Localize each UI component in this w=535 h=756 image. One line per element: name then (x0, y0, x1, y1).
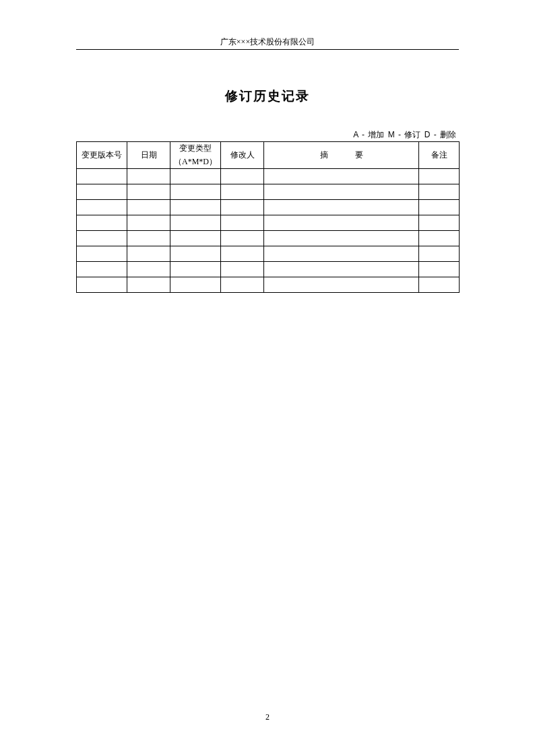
table-row (77, 262, 460, 277)
cell-summary (264, 215, 419, 231)
cell-note (419, 215, 460, 231)
cell-date (127, 184, 170, 200)
cell-modifier (221, 215, 264, 231)
page-title: 修订历史记录 (0, 88, 535, 105)
cell-date (127, 277, 170, 293)
cell-date (127, 231, 170, 246)
cell-modifier (221, 262, 264, 277)
cell-type (170, 231, 221, 246)
cell-type (170, 277, 221, 293)
table-row (77, 231, 460, 246)
cell-version (77, 246, 127, 262)
cell-note (419, 200, 460, 215)
cell-summary (264, 169, 419, 184)
cell-modifier (221, 231, 264, 246)
change-legend: A - 增加 M - 修订 D - 删除 (76, 129, 459, 141)
table-row (77, 277, 460, 293)
table-row (77, 200, 460, 215)
cell-modifier (221, 200, 264, 215)
cell-version (77, 231, 127, 246)
cell-summary (264, 231, 419, 246)
cell-note (419, 184, 460, 200)
col-header-type-line2: （A*M*D） (174, 157, 217, 166)
cell-note (419, 262, 460, 277)
cell-date (127, 215, 170, 231)
revision-table: 变更版本号 日期 变更类型 （A*M*D） 修改人 摘要 备注 (76, 141, 460, 293)
cell-summary (264, 277, 419, 293)
cell-version (77, 184, 127, 200)
cell-note (419, 231, 460, 246)
table-header-row: 变更版本号 日期 变更类型 （A*M*D） 修改人 摘要 备注 (77, 142, 460, 169)
col-header-type-line1: 变更类型 (179, 143, 212, 153)
cell-summary (264, 184, 419, 200)
table-row (77, 215, 460, 231)
col-header-date: 日期 (127, 142, 170, 169)
col-header-note: 备注 (419, 142, 460, 169)
col-header-modifier: 修改人 (221, 142, 264, 169)
cell-date (127, 200, 170, 215)
cell-type (170, 246, 221, 262)
cell-note (419, 169, 460, 184)
cell-version (77, 200, 127, 215)
header-rule (76, 49, 459, 50)
table-row (77, 169, 460, 184)
cell-modifier (221, 184, 264, 200)
cell-note (419, 246, 460, 262)
cell-summary (264, 200, 419, 215)
cell-modifier (221, 169, 264, 184)
cell-date (127, 262, 170, 277)
cell-type (170, 184, 221, 200)
cell-note (419, 277, 460, 293)
table-row (77, 184, 460, 200)
cell-type (170, 200, 221, 215)
cell-version (77, 215, 127, 231)
cell-summary (264, 246, 419, 262)
page-number: 2 (0, 712, 535, 722)
cell-type (170, 215, 221, 231)
page-header: 广东×××技术股份有限公司 (76, 36, 459, 50)
cell-version (77, 169, 127, 184)
cell-date (127, 169, 170, 184)
cell-type (170, 262, 221, 277)
table-row (77, 246, 460, 262)
revision-table-wrap: 变更版本号 日期 变更类型 （A*M*D） 修改人 摘要 备注 (76, 141, 459, 293)
col-header-type: 变更类型 （A*M*D） (170, 142, 221, 169)
cell-version (77, 262, 127, 277)
col-header-version: 变更版本号 (77, 142, 127, 169)
cell-summary (264, 262, 419, 277)
cell-version (77, 277, 127, 293)
cell-type (170, 169, 221, 184)
company-name: 广东×××技术股份有限公司 (76, 36, 459, 49)
cell-date (127, 246, 170, 262)
cell-modifier (221, 246, 264, 262)
cell-modifier (221, 277, 264, 293)
col-header-summary: 摘要 (264, 142, 419, 169)
